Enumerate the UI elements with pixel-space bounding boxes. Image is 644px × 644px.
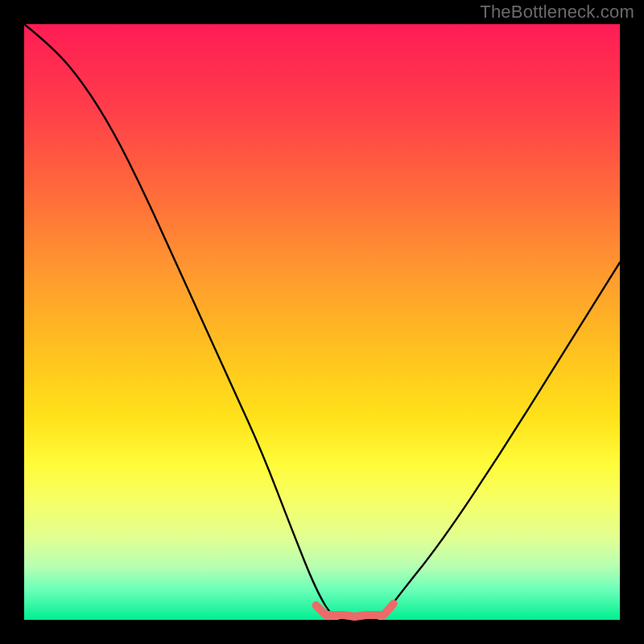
watermark-text: TheBottleneck.com	[480, 2, 634, 23]
bottleneck-curve-path	[24, 24, 620, 620]
chart-stage: TheBottleneck.com	[0, 0, 644, 644]
chart-overlay-svg	[24, 24, 620, 620]
